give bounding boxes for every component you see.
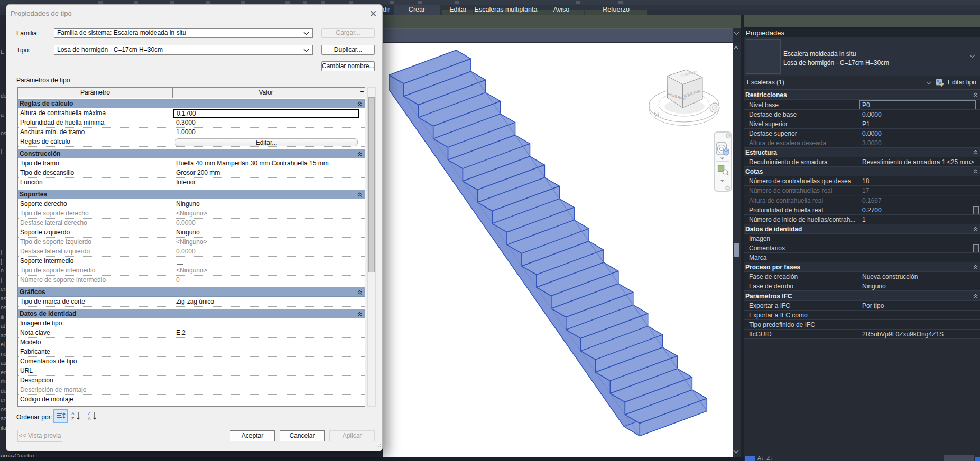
svg-text:A: A <box>88 416 91 421</box>
svg-text:A: A <box>71 411 75 416</box>
svg-text:Z: Z <box>88 411 90 416</box>
svg-text:Z: Z <box>71 416 74 421</box>
